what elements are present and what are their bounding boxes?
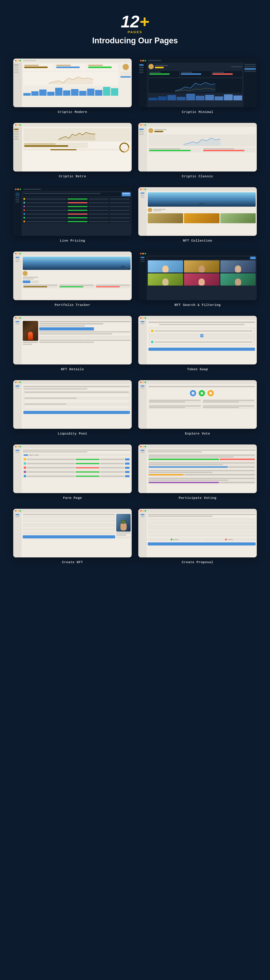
card-create-nft-label: Create NFT xyxy=(62,560,83,564)
card-portfolio-tracker: Portfolio Tracker xyxy=(13,251,132,307)
card-explore-vote: Explore Vote xyxy=(138,380,257,436)
card-farm-page-image[interactable] xyxy=(13,444,132,493)
card-nft-details-image[interactable] xyxy=(13,316,132,364)
card-create-nft: Create NFT xyxy=(13,509,132,564)
card-create-proposal: Create Proposal xyxy=(138,509,257,564)
card-create-proposal-image[interactable] xyxy=(138,509,257,557)
card-portfolio-tracker-image[interactable] xyxy=(13,251,132,300)
card-liquidity-pool-image[interactable] xyxy=(13,380,132,429)
card-criptic-classic-label: Criptic Classic xyxy=(182,175,213,178)
card-liquidity-pool-label: Liquidity Pool xyxy=(58,432,87,436)
card-live-pricing-label: Live Pricing xyxy=(60,239,85,243)
card-create-nft-image[interactable] xyxy=(13,509,132,557)
card-live-pricing-image[interactable] xyxy=(13,187,132,236)
card-criptic-classic-image[interactable] xyxy=(138,123,257,172)
card-nft-collection: NFT Collection xyxy=(138,187,257,243)
card-criptic-modern-label: Criptic Modern xyxy=(58,110,87,114)
card-criptic-retro: Criptic Retro xyxy=(13,123,132,178)
card-criptic-modern-image[interactable] xyxy=(13,59,132,107)
card-explore-vote-label: Explore Vote xyxy=(185,432,210,436)
card-nft-collection-image[interactable] xyxy=(138,187,257,236)
card-participate-voting: Participate Voting xyxy=(138,444,257,500)
header-pages-label: Pages xyxy=(92,30,178,34)
header-plus: + xyxy=(139,12,149,31)
page-cards-grid: Criptic Modern xyxy=(0,54,270,582)
card-criptic-minimal: Criptic Minimal xyxy=(138,59,257,114)
card-portfolio-tracker-label: Portfolio Tracker xyxy=(55,303,90,307)
page-header: 12+ Pages Introducing Our Pages xyxy=(92,0,178,54)
card-token-swap: Token Swap xyxy=(138,316,257,371)
card-nft-collection-label: NFT Collection xyxy=(183,239,212,243)
card-nft-details: NFT Details xyxy=(13,316,132,371)
card-create-proposal-label: Create Proposal xyxy=(182,560,213,564)
card-criptic-modern: Criptic Modern xyxy=(13,59,132,114)
header-title: Introducing Our Pages xyxy=(92,36,178,45)
card-live-pricing: Live Pricing xyxy=(13,187,132,243)
card-criptic-retro-image[interactable] xyxy=(13,123,132,172)
card-criptic-classic: Criptic Classic xyxy=(138,123,257,178)
header-number: 12 xyxy=(121,12,140,31)
card-participate-voting-label: Participate Voting xyxy=(179,496,216,500)
card-nft-search-filtering-label: NFT Search & Filtering xyxy=(174,303,221,307)
card-liquidity-pool: Liquidity Pool xyxy=(13,380,132,436)
card-criptic-retro-label: Criptic Retro xyxy=(59,175,86,178)
card-criptic-minimal-label: Criptic Minimal xyxy=(182,110,213,114)
card-farm-page: Farm Page xyxy=(13,444,132,500)
card-token-swap-label: Token Swap xyxy=(187,368,208,371)
card-token-swap-image[interactable] xyxy=(138,316,257,364)
card-explore-vote-image[interactable] xyxy=(138,380,257,429)
card-nft-search-filtering-image[interactable] xyxy=(138,251,257,300)
card-farm-page-label: Farm Page xyxy=(63,496,82,500)
card-nft-details-label: NFT Details xyxy=(61,368,84,371)
card-participate-voting-image[interactable] xyxy=(138,444,257,493)
card-criptic-minimal-image[interactable] xyxy=(138,59,257,107)
card-nft-search-filtering: NFT Search & Filtering xyxy=(138,251,257,307)
